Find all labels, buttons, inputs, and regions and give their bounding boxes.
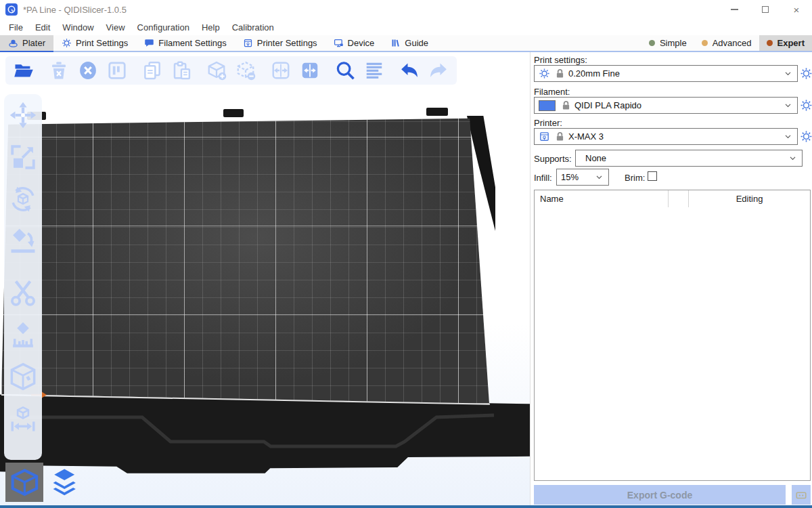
bed-clip (426, 108, 448, 116)
printer-gear-button[interactable] (800, 130, 812, 143)
lock-icon (560, 100, 572, 111)
tab-device[interactable]: Device (325, 35, 383, 51)
search-icon (335, 60, 355, 81)
filament-swatch (539, 100, 556, 111)
remove-instance-button[interactable] (234, 59, 257, 82)
move-tool-button[interactable] (7, 100, 39, 131)
preview-view-button[interactable] (45, 464, 84, 501)
minimize-button[interactable] (719, 0, 750, 19)
infill-value: 15% (561, 172, 579, 182)
split-h-icon (271, 60, 291, 81)
viewport-3d[interactable] (0, 52, 530, 505)
mode-advanced[interactable]: Advanced (694, 35, 759, 51)
layers-icon (45, 464, 84, 501)
app-logo-icon (5, 3, 18, 16)
object-list-header: Name Editing (535, 190, 810, 207)
filament-value: QIDI PLA Rapido (574, 100, 641, 110)
menu-calibration[interactable]: Calibration (226, 20, 280, 35)
supports-select[interactable]: None (575, 150, 803, 167)
supports-label: Supports: (534, 154, 572, 164)
rotate-icon (9, 185, 37, 213)
brim-checkbox[interactable] (648, 171, 657, 181)
arrange-icon (107, 60, 127, 81)
window-title: *PA Line - QIDISlicer-1.0.5 (23, 5, 127, 15)
tab-plater[interactable]: Plater (0, 35, 53, 51)
close-button[interactable]: × (781, 0, 812, 19)
bubble-icon (144, 38, 154, 48)
mode-dot-icon (649, 40, 655, 46)
arrange-button[interactable] (106, 59, 129, 82)
object-list[interactable]: Name Editing (534, 190, 811, 481)
mode-expert[interactable]: Expert (759, 35, 812, 51)
move-icon (9, 101, 37, 129)
supports-value: None (585, 153, 606, 163)
bed-clip (223, 109, 244, 117)
paste-icon (171, 60, 191, 81)
folder-open-icon (14, 60, 34, 81)
open-project-button[interactable] (12, 59, 35, 82)
copy-button[interactable] (141, 59, 164, 82)
column-name: Name (535, 190, 669, 207)
search-button[interactable] (334, 59, 357, 82)
menu-file[interactable]: File (3, 20, 29, 35)
print-settings-value: 0.20mm Fine (568, 68, 620, 79)
scale-tool-button[interactable] (7, 142, 39, 173)
mode-label: Advanced (713, 38, 752, 48)
variable-layer-height-button[interactable] (363, 59, 386, 82)
mode-dot-icon (767, 40, 773, 46)
paste-button[interactable] (170, 59, 193, 82)
maximize-button[interactable] (750, 0, 781, 19)
tab-guide[interactable]: Guide (382, 35, 436, 51)
rotate-tool-button[interactable] (7, 184, 39, 215)
minimize-icon (731, 9, 738, 10)
menu-view[interactable]: View (100, 20, 131, 35)
menu-window[interactable]: Window (56, 20, 99, 35)
print-settings-gear-button[interactable] (800, 67, 812, 80)
send-gcode-button[interactable] (792, 485, 811, 505)
hlines-icon (364, 60, 384, 81)
print-settings-select[interactable]: 0.20mm Fine (534, 65, 798, 82)
paint-supports-tool-button[interactable] (7, 319, 39, 350)
menu-help[interactable]: Help (196, 20, 226, 35)
infill-select[interactable]: 15% (556, 169, 609, 186)
tab-label: Filament Settings (158, 38, 226, 48)
tab-print-settings[interactable]: Print Settings (53, 35, 136, 51)
cut-tool-button[interactable] (7, 277, 39, 308)
measure-tool-button[interactable] (7, 403, 39, 434)
editor-3d-view-button[interactable] (5, 463, 43, 502)
menu-edit[interactable]: Edit (29, 20, 56, 35)
column-extruder (669, 190, 689, 207)
chevron-down-icon (788, 154, 797, 163)
mode-simple[interactable]: Simple (641, 35, 694, 51)
tab-label: Printer Settings (257, 38, 317, 48)
menu-configuration[interactable]: Configuration (131, 20, 196, 35)
cube-minus-icon (235, 60, 256, 81)
add-instance-button[interactable] (205, 59, 228, 82)
filament-gear-button[interactable] (800, 99, 812, 112)
printer-icon (243, 38, 253, 48)
cut-icon (9, 278, 37, 307)
top-toolbar (5, 56, 457, 85)
delete-button[interactable] (47, 59, 70, 82)
printer-select[interactable]: X-MAX 3 (534, 128, 798, 145)
seam-painting-tool-button[interactable] (7, 361, 39, 392)
split-objects-button[interactable] (269, 59, 292, 82)
filament-select[interactable]: QIDI PLA Rapido (534, 97, 798, 114)
split-parts-button[interactable] (298, 59, 321, 82)
redo-button[interactable] (427, 59, 450, 82)
place-on-face-tool-button[interactable] (7, 226, 39, 257)
print-settings-label: Print settings: (534, 55, 587, 65)
mode-dot-icon (702, 40, 708, 46)
split-h-filled-icon (300, 60, 320, 81)
titlebar: *PA Line - QIDISlicer-1.0.5 × (0, 0, 812, 19)
undo-icon (399, 60, 420, 81)
printer-label: Printer: (534, 118, 562, 128)
undo-button[interactable] (398, 59, 421, 82)
tab-filament-settings[interactable]: Filament Settings (136, 35, 234, 51)
close-icon: × (794, 5, 800, 15)
gear-icon (62, 38, 72, 48)
delete-all-button[interactable] (76, 59, 99, 82)
plater-icon (8, 38, 18, 48)
export-gcode-button[interactable]: Export G-code (534, 485, 786, 505)
tab-printer-settings[interactable]: Printer Settings (235, 35, 325, 51)
